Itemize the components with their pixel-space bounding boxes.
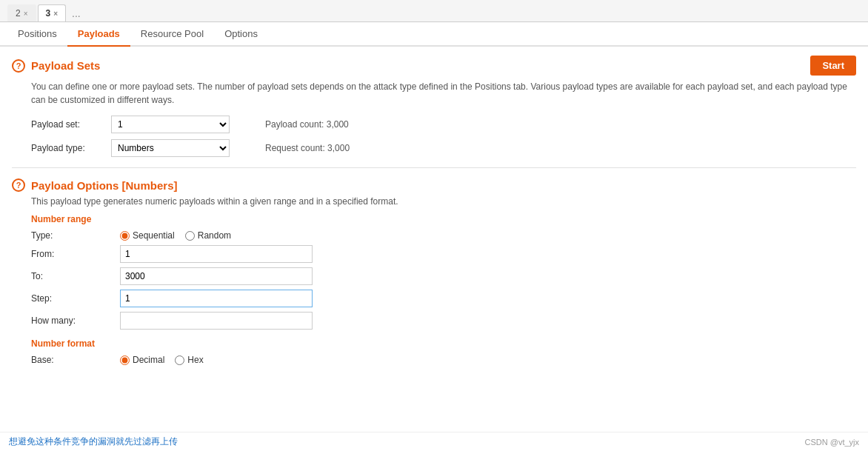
tab-bar: 2 × 3 × ... bbox=[0, 0, 868, 22]
main-content: ? Payload Sets Start You can define one … bbox=[0, 47, 868, 378]
from-input[interactable] bbox=[120, 245, 313, 263]
tab-positions[interactable]: Positions bbox=[7, 22, 67, 47]
random-option[interactable]: Random bbox=[185, 230, 231, 241]
from-label: From: bbox=[31, 249, 120, 259]
step-row: Step: bbox=[31, 290, 856, 307]
payload-set-row: Payload set: 1 2 Payload count: 3,000 bbox=[31, 116, 856, 133]
payload-options-title: Payload Options [Numbers] bbox=[31, 179, 178, 192]
how-many-input[interactable] bbox=[120, 312, 313, 330]
step-input[interactable] bbox=[120, 290, 313, 307]
how-many-row: How many: bbox=[31, 312, 856, 330]
start-button[interactable]: Start bbox=[810, 56, 856, 76]
payload-type-select[interactable]: Numbers Simple list Runtime file bbox=[111, 139, 230, 157]
type-row: Type: Sequential Random bbox=[31, 230, 856, 241]
sequential-radio[interactable] bbox=[120, 231, 130, 241]
payload-set-label: Payload set: bbox=[31, 119, 105, 130]
decimal-radio[interactable] bbox=[120, 355, 130, 365]
tab-2-label: 2 bbox=[16, 8, 21, 19]
tab-3-close[interactable]: × bbox=[53, 10, 58, 18]
number-format-label: Number format bbox=[31, 338, 856, 349]
hex-label: Hex bbox=[187, 355, 203, 365]
payload-count-label: Payload count: 3,000 bbox=[265, 119, 349, 130]
step-label: Step: bbox=[31, 293, 120, 304]
type-radio-group: Sequential Random bbox=[120, 230, 231, 241]
number-range-label: Number range bbox=[31, 214, 856, 224]
tab-resource-pool[interactable]: Resource Pool bbox=[130, 22, 214, 47]
payload-type-row: Payload type: Numbers Simple list Runtim… bbox=[31, 139, 856, 157]
tab-2[interactable]: 2 × bbox=[7, 4, 36, 21]
tab-3-label: 3 bbox=[46, 8, 51, 19]
base-radio-group: Decimal Hex bbox=[120, 355, 204, 365]
footer-bar: 想避免这种条件竞争的漏洞就先过滤再上传 CSDN @vt_yjx bbox=[0, 432, 868, 451]
random-radio[interactable] bbox=[185, 231, 195, 241]
how-many-label: How many: bbox=[31, 315, 120, 326]
payload-sets-title: Payload Sets bbox=[31, 59, 100, 72]
tab-payloads[interactable]: Payloads bbox=[67, 22, 130, 47]
tab-options[interactable]: Options bbox=[214, 22, 268, 47]
from-row: From: bbox=[31, 245, 856, 263]
hex-option[interactable]: Hex bbox=[175, 355, 203, 365]
payload-options-header: ? Payload Options [Numbers] bbox=[12, 178, 856, 192]
payload-sets-description: You can define one or more payload sets.… bbox=[31, 80, 856, 107]
decimal-label: Decimal bbox=[133, 355, 164, 365]
payload-set-select[interactable]: 1 2 bbox=[111, 116, 230, 133]
type-label: Type: bbox=[31, 230, 120, 241]
divider-1 bbox=[12, 167, 856, 168]
tab-ellipsis[interactable]: ... bbox=[67, 7, 85, 19]
tab-3[interactable]: 3 × bbox=[38, 4, 67, 21]
decimal-option[interactable]: Decimal bbox=[120, 355, 164, 365]
footer-brand: CSDN @vt_yjx bbox=[804, 438, 859, 447]
payload-options-description: This payload type generates numeric payl… bbox=[31, 196, 856, 207]
random-label: Random bbox=[198, 230, 231, 241]
to-input[interactable] bbox=[120, 267, 313, 285]
tab-2-close[interactable]: × bbox=[24, 10, 28, 18]
base-row: Base: Decimal Hex bbox=[31, 355, 856, 365]
request-count-label: Request count: 3,000 bbox=[265, 143, 350, 153]
payload-sets-help-icon[interactable]: ? bbox=[12, 59, 25, 73]
to-label: To: bbox=[31, 271, 120, 281]
hex-radio[interactable] bbox=[175, 355, 184, 365]
sequential-label: Sequential bbox=[133, 230, 175, 241]
sequential-option[interactable]: Sequential bbox=[120, 230, 175, 241]
payload-type-label: Payload type: bbox=[31, 143, 105, 153]
footer-link[interactable]: 想避免这种条件竞争的漏洞就先过滤再上传 bbox=[9, 435, 178, 448]
to-row: To: bbox=[31, 267, 856, 285]
nav-tabs: Positions Payloads Resource Pool Options bbox=[0, 22, 868, 47]
base-label: Base: bbox=[31, 355, 120, 365]
payload-options-help-icon[interactable]: ? bbox=[12, 178, 25, 192]
payload-sets-header: ? Payload Sets Start bbox=[12, 56, 856, 76]
number-format-section: Number format Base: Decimal Hex bbox=[12, 338, 856, 365]
